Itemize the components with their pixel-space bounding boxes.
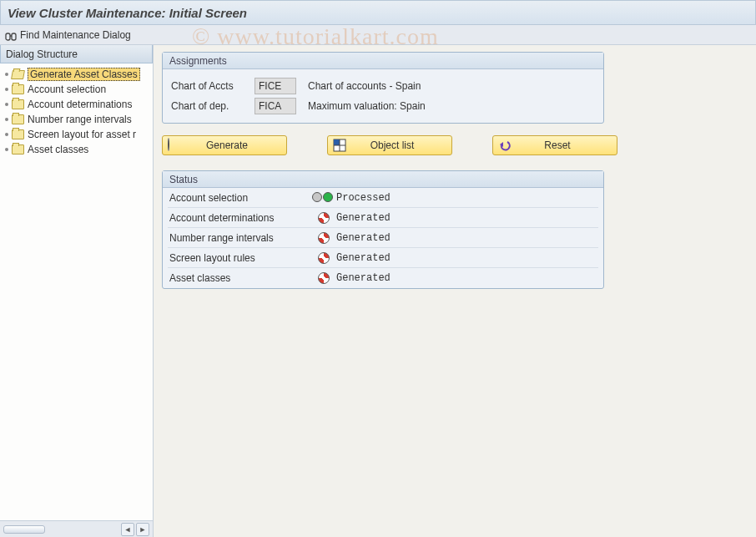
sidebar-item-4[interactable]: Screen layout for asset r bbox=[2, 127, 151, 142]
status-row-4: Asset classesGenerated bbox=[168, 268, 598, 288]
sidebar-header: Dialog Structure bbox=[0, 45, 153, 63]
tree-bullet-icon bbox=[5, 88, 8, 91]
undo-icon bbox=[498, 139, 512, 152]
scroll-left-button[interactable]: ◄ bbox=[121, 523, 134, 536]
status-label: Screen layout rules bbox=[169, 252, 311, 264]
dialog-structure-tree: Generate Asset ClassesAccount selectionA… bbox=[0, 63, 153, 520]
status-label: Asset classes bbox=[169, 272, 311, 284]
assignments-title: Assignments bbox=[163, 53, 603, 69]
grid-icon bbox=[333, 139, 346, 152]
toolbar: Find Maintenance Dialog bbox=[0, 25, 756, 45]
sidebar-item-1[interactable]: Account selection bbox=[2, 82, 151, 97]
tree-bullet-icon bbox=[5, 73, 8, 76]
assignment-row-1: Chart of dep.Maximum valuation: Spain bbox=[171, 96, 595, 116]
folder-icon bbox=[12, 99, 24, 109]
status-state: Generated bbox=[336, 272, 391, 284]
folder-icon bbox=[12, 129, 24, 139]
status-state: Generated bbox=[336, 212, 391, 224]
status-row-2: Number range intervalsGenerated bbox=[168, 228, 598, 248]
folder-icon bbox=[11, 70, 25, 79]
sidebar: Dialog Structure Generate Asset ClassesA… bbox=[0, 45, 154, 537]
generated-icon bbox=[318, 232, 330, 244]
status-label: Number range intervals bbox=[169, 232, 311, 244]
assignment-description: Maximum valuation: Spain bbox=[308, 100, 426, 112]
svg-rect-0 bbox=[6, 33, 10, 40]
tree-bullet-icon bbox=[5, 148, 8, 151]
folder-icon bbox=[12, 144, 24, 155]
horizontal-scrollbar[interactable] bbox=[3, 525, 45, 534]
assignment-label: Chart of Accts bbox=[171, 80, 255, 92]
generated-icon bbox=[318, 212, 330, 224]
svg-rect-4 bbox=[334, 139, 340, 145]
folder-icon bbox=[12, 114, 24, 124]
find-maintenance-dialog-label: Find Maintenance Dialog bbox=[20, 25, 131, 45]
sidebar-item-5[interactable]: Asset classes bbox=[2, 142, 151, 157]
sidebar-item-0[interactable]: Generate Asset Classes bbox=[2, 67, 151, 82]
sidebar-item-label: Number range intervals bbox=[28, 114, 132, 125]
reset-button-label: Reset bbox=[515, 139, 617, 151]
generate-button-label: Generate bbox=[184, 139, 286, 151]
sidebar-item-label: Screen layout for asset r bbox=[28, 129, 136, 140]
assignments-groupbox: Assignments Chart of AcctsChart of accou… bbox=[162, 52, 604, 124]
status-groupbox: Status Account selectionProcessedAccount… bbox=[162, 170, 604, 289]
status-title: Status bbox=[163, 171, 603, 188]
object-list-button[interactable]: Object list bbox=[327, 135, 452, 155]
generated-icon bbox=[318, 252, 330, 264]
assignment-value-field bbox=[255, 78, 296, 94]
tree-bullet-icon bbox=[5, 133, 8, 136]
svg-rect-1 bbox=[12, 33, 16, 40]
reset-button[interactable]: Reset bbox=[492, 135, 617, 155]
generated-icon bbox=[318, 272, 330, 284]
binoculars-icon bbox=[5, 29, 17, 41]
status-row-3: Screen layout rulesGenerated bbox=[168, 248, 598, 268]
status-state: Processed bbox=[336, 192, 391, 204]
status-state: Generated bbox=[336, 232, 391, 244]
assignment-label: Chart of dep. bbox=[171, 100, 255, 112]
sidebar-item-label: Asset classes bbox=[28, 144, 88, 155]
sidebar-item-label: Account selection bbox=[28, 84, 106, 95]
object-list-button-label: Object list bbox=[350, 139, 451, 151]
assignment-description: Chart of accounts - Spain bbox=[308, 80, 421, 92]
status-state: Generated bbox=[336, 252, 391, 264]
status-row-1: Account determinationsGenerated bbox=[168, 208, 598, 228]
folder-icon bbox=[12, 84, 24, 94]
status-row-0: Account selectionProcessed bbox=[168, 188, 598, 208]
scroll-right-button[interactable]: ► bbox=[136, 523, 149, 536]
sidebar-item-label: Account determinations bbox=[28, 99, 132, 110]
sidebar-item-3[interactable]: Number range intervals bbox=[2, 112, 151, 127]
tree-bullet-icon bbox=[5, 118, 8, 121]
generate-icon bbox=[168, 139, 181, 152]
action-button-row: Generate Object list Reset bbox=[162, 135, 748, 155]
status-label: Account selection bbox=[169, 192, 311, 204]
page-title: View Cluster Maintenance: Initial Screen bbox=[0, 0, 756, 25]
sidebar-item-2[interactable]: Account determinations bbox=[2, 97, 151, 112]
content: Assignments Chart of AcctsChart of accou… bbox=[154, 45, 756, 537]
sidebar-bottom: ◄ ► bbox=[0, 520, 153, 537]
status-label: Account determinations bbox=[169, 212, 311, 224]
generate-button[interactable]: Generate bbox=[162, 135, 287, 155]
tree-bullet-icon bbox=[5, 103, 8, 106]
processed-icon bbox=[312, 192, 335, 204]
assignment-value-field bbox=[255, 98, 296, 114]
sidebar-item-label: Generate Asset Classes bbox=[28, 68, 140, 81]
assignment-row-0: Chart of AcctsChart of accounts - Spain bbox=[171, 76, 595, 96]
find-maintenance-dialog-button[interactable]: Find Maintenance Dialog bbox=[5, 25, 131, 45]
